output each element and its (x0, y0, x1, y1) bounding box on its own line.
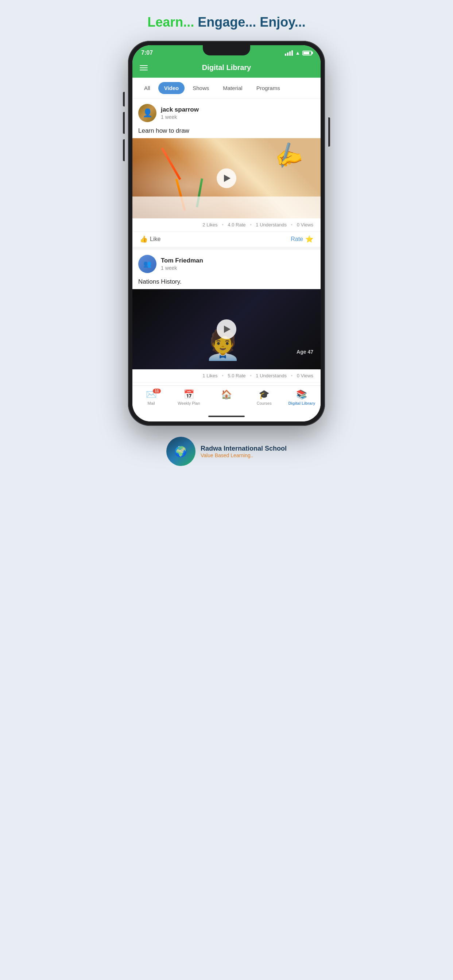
nav-digital-library[interactable]: 📚 Digital Library (283, 390, 321, 406)
home-indicator (132, 413, 321, 422)
phone-notch (203, 45, 250, 56)
action-row: 👍 Like Rate ⭐ (132, 232, 321, 247)
signal-icon (285, 50, 293, 56)
library-icon: 📚 (296, 390, 307, 399)
tab-programs[interactable]: Programs (250, 82, 286, 94)
tagline-dark: Engage... Enjoy... (198, 14, 305, 30)
volume-up-button (123, 92, 125, 107)
wifi-icon: ▲ (295, 50, 300, 56)
tab-material[interactable]: Material (217, 82, 248, 94)
school-info: Radwa International School Value Based L… (201, 445, 287, 458)
school-logo: 🌍 (166, 437, 196, 466)
footer: 🌍 Radwa International School Value Based… (166, 437, 287, 466)
nav-weekly-plan[interactable]: 📅 Weekly Plan (170, 390, 207, 406)
video-thumbnail[interactable]: ✍️ (132, 138, 321, 218)
like-button[interactable]: 👍 Like (140, 235, 161, 243)
likes-count: 1 Likes (203, 373, 217, 379)
understands-count: 1 Understands (256, 373, 287, 379)
post-author: jack sparrow (161, 106, 315, 113)
video-thumbnail[interactable]: 🧑‍💼 Age 47 (132, 289, 321, 369)
nav-courses[interactable]: 🎓 Courses (246, 390, 283, 406)
post-header: 👥 Tom Friedman 1 week (132, 250, 321, 277)
views-count: 0 Views (297, 373, 313, 379)
tab-video[interactable]: Video (158, 82, 185, 94)
post-title: Learn how to draw (132, 126, 321, 138)
post-card: 👤 jack sparrow 1 week Learn how to draw (132, 99, 321, 247)
phone-frame: 7:07 ▲ (128, 41, 325, 426)
courses-icon: 🎓 (258, 390, 270, 399)
tagline-green: Learn... (147, 14, 194, 30)
tagline: Learn... Engage... Enjoy... (144, 7, 309, 30)
play-button[interactable] (217, 320, 236, 339)
nav-mail[interactable]: ✉️ 11 Mail (132, 390, 170, 406)
filter-tabs: All Video Shows Material Programs (132, 78, 321, 99)
thumbs-up-icon: 👍 (140, 235, 148, 243)
school-tagline: Value Based Learning.. (201, 452, 287, 458)
school-name: Radwa International School (201, 445, 287, 452)
calendar-icon: 📅 (183, 390, 195, 399)
status-time: 7:07 (141, 49, 153, 56)
post-author: Tom Friedman (161, 257, 315, 264)
avatar: 👥 (138, 255, 156, 273)
power-button (328, 118, 330, 146)
rate-value: 4.0 Rate (228, 222, 246, 228)
post-stats: 2 Likes • 4.0 Rate • 1 Understands • 0 V… (132, 218, 321, 232)
mail-badge: 11 (153, 389, 161, 393)
post-card: 👥 Tom Friedman 1 week Nations History. 🧑… (132, 250, 321, 382)
post-time: 1 week (161, 114, 315, 120)
phone-screen: 7:07 ▲ (132, 45, 321, 422)
page-wrapper: Learn... Engage... Enjoy... 7:07 (113, 7, 340, 466)
volume-down-button (123, 112, 125, 134)
home-bar (208, 415, 245, 417)
header-title: Digital Library (202, 64, 251, 72)
tab-all[interactable]: All (138, 82, 156, 94)
avatar: 👤 (138, 104, 156, 122)
understands-count: 1 Understands (256, 222, 287, 228)
app-header: Digital Library (132, 58, 321, 78)
post-meta: Tom Friedman 1 week (161, 257, 315, 271)
play-button[interactable] (217, 169, 236, 188)
post-title: Nations History. (132, 277, 321, 289)
status-icons: ▲ (285, 50, 312, 56)
bottom-nav: ✉️ 11 Mail 📅 Weekly Plan 🏠 🎓 Courses (132, 385, 321, 413)
nav-mail-label: Mail (148, 401, 155, 406)
views-count: 0 Views (297, 222, 313, 228)
nav-library-label: Digital Library (288, 401, 315, 406)
nav-home[interactable]: 🏠 (207, 390, 245, 406)
menu-button[interactable] (140, 65, 148, 70)
nav-courses-label: Courses (257, 401, 272, 406)
post-time: 1 week (161, 265, 315, 271)
post-header: 👤 jack sparrow 1 week (132, 99, 321, 126)
like-label: Like (150, 236, 161, 242)
post-meta: jack sparrow 1 week (161, 106, 315, 120)
star-icon: ⭐ (305, 235, 313, 243)
post-stats: 1 Likes • 5.0 Rate • 1 Understands • 0 V… (132, 369, 321, 382)
silent-button (123, 139, 125, 161)
content-area: 👤 jack sparrow 1 week Learn how to draw (132, 99, 321, 382)
rate-label: Rate (291, 236, 303, 242)
age-labels: Age 47 (297, 349, 313, 355)
tab-shows[interactable]: Shows (187, 82, 215, 94)
logo-icon: 🌍 (174, 445, 187, 458)
rate-button[interactable]: Rate ⭐ (291, 235, 313, 243)
home-icon: 🏠 (221, 390, 232, 399)
likes-count: 2 Likes (203, 222, 217, 228)
nav-weekly-plan-label: Weekly Plan (178, 401, 200, 406)
rate-value: 5.0 Rate (228, 373, 246, 379)
battery-icon (302, 51, 312, 56)
